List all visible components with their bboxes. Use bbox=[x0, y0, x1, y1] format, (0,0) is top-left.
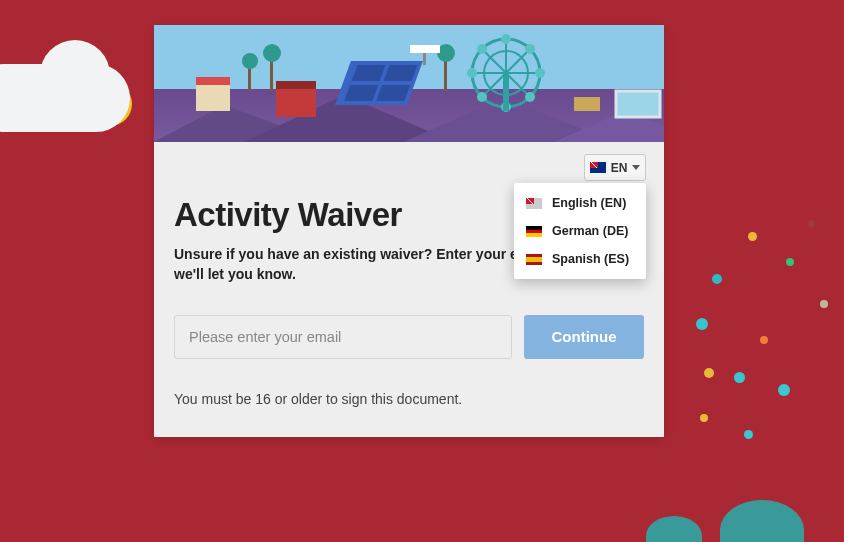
svg-point-33 bbox=[525, 92, 535, 102]
email-row: Continue bbox=[174, 315, 644, 359]
language-option-german[interactable]: German (DE) bbox=[514, 217, 646, 245]
language-option-label: Spanish (ES) bbox=[552, 252, 629, 266]
confetti-dot bbox=[700, 414, 708, 422]
svg-point-7 bbox=[263, 44, 281, 62]
svg-rect-20 bbox=[423, 53, 426, 65]
confetti-dot bbox=[820, 300, 828, 308]
svg-rect-18 bbox=[376, 85, 410, 101]
svg-rect-36 bbox=[574, 97, 600, 111]
hero-illustration bbox=[154, 25, 664, 142]
chevron-down-icon bbox=[632, 165, 640, 170]
cloud-decoration bbox=[0, 64, 130, 132]
svg-point-27 bbox=[501, 34, 511, 44]
svg-rect-12 bbox=[276, 87, 316, 117]
svg-point-31 bbox=[525, 44, 535, 54]
confetti-dot bbox=[778, 384, 790, 396]
flag-de-icon bbox=[526, 226, 542, 237]
confetti-dot bbox=[696, 318, 708, 330]
confetti-dot bbox=[734, 372, 745, 383]
svg-rect-17 bbox=[344, 85, 378, 101]
language-option-english[interactable]: English (EN) bbox=[514, 189, 646, 217]
svg-rect-11 bbox=[196, 77, 230, 85]
confetti-dot bbox=[760, 336, 768, 344]
flag-es-icon bbox=[526, 254, 542, 265]
svg-rect-15 bbox=[352, 65, 386, 81]
decor-hat bbox=[720, 500, 804, 542]
hero-svg bbox=[154, 25, 664, 142]
svg-point-32 bbox=[477, 44, 487, 54]
language-option-label: English (EN) bbox=[552, 196, 626, 210]
language-option-label: German (DE) bbox=[552, 224, 628, 238]
continue-button[interactable]: Continue bbox=[524, 315, 644, 359]
confetti-dot bbox=[786, 258, 794, 266]
svg-rect-16 bbox=[384, 65, 418, 81]
confetti-dot bbox=[808, 220, 815, 227]
confetti-dot bbox=[748, 232, 757, 241]
language-button[interactable]: EN bbox=[584, 154, 646, 181]
email-input[interactable] bbox=[174, 315, 512, 359]
svg-point-30 bbox=[535, 68, 545, 78]
language-code: EN bbox=[611, 161, 628, 175]
svg-rect-37 bbox=[616, 91, 660, 117]
svg-rect-10 bbox=[196, 83, 230, 111]
card-content: EN English (EN) German (DE) Spanish (ES)… bbox=[154, 142, 664, 427]
waiver-card: EN English (EN) German (DE) Spanish (ES)… bbox=[154, 25, 664, 437]
confetti-dot bbox=[744, 430, 753, 439]
confetti-dot bbox=[704, 368, 714, 378]
age-note: You must be 16 or older to sign this doc… bbox=[174, 391, 644, 407]
confetti-dot bbox=[712, 274, 722, 284]
language-menu: English (EN) German (DE) Spanish (ES) bbox=[514, 183, 646, 279]
svg-point-5 bbox=[242, 53, 258, 69]
svg-rect-19 bbox=[410, 45, 440, 53]
svg-rect-35 bbox=[503, 73, 509, 111]
svg-point-34 bbox=[477, 92, 487, 102]
svg-rect-13 bbox=[276, 81, 316, 89]
svg-point-29 bbox=[467, 68, 477, 78]
language-option-spanish[interactable]: Spanish (ES) bbox=[514, 245, 646, 273]
decor-hat bbox=[646, 516, 702, 542]
flag-au-icon bbox=[590, 162, 606, 173]
flag-au-icon bbox=[526, 198, 542, 209]
